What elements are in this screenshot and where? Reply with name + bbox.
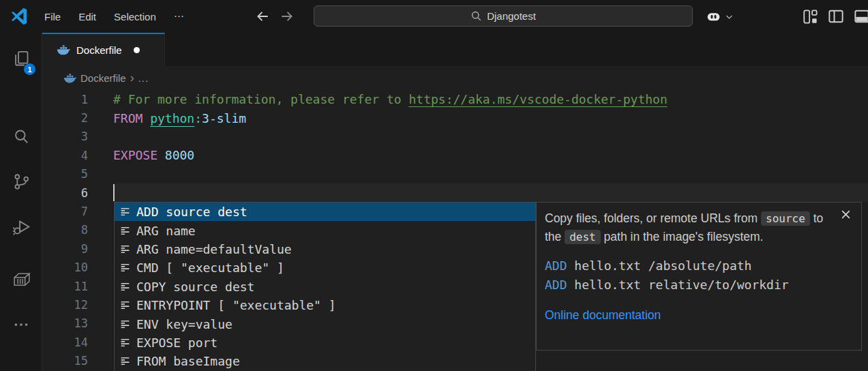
docker-whale-icon bbox=[64, 74, 76, 83]
suggest-item[interactable]: COPY source dest bbox=[115, 278, 535, 296]
code-token: # For more information, please refer to bbox=[113, 92, 408, 106]
toggle-sidebar-icon[interactable] bbox=[828, 9, 843, 24]
suggest-item-label: ENTRYPOINT [ "executable" ] bbox=[136, 298, 336, 312]
suggest-item-label: ENV key=value bbox=[136, 317, 233, 331]
copilot-menu[interactable] bbox=[705, 0, 734, 33]
line-number: 11 bbox=[42, 280, 113, 293]
line-number: 3 bbox=[42, 130, 113, 143]
code-keyword: ADD bbox=[545, 258, 567, 273]
breadcrumb-more[interactable]: ... bbox=[138, 72, 149, 84]
arrow-left-icon[interactable] bbox=[255, 9, 270, 24]
suggest-item-label: FROM baseImage bbox=[136, 354, 240, 368]
docs-paragraph: Copy files, folders, or remote URLs from… bbox=[545, 209, 831, 246]
suggest-widget: ADD source destARG nameARG name=defaultV… bbox=[114, 202, 536, 371]
line-number: 10 bbox=[42, 261, 113, 274]
search-icon bbox=[470, 10, 482, 22]
suggest-item[interactable]: ADD source dest bbox=[115, 203, 535, 221]
suggest-item[interactable]: ENV key=value bbox=[115, 314, 535, 333]
editor-line[interactable]: 5 bbox=[42, 165, 868, 183]
snippet-icon bbox=[119, 206, 131, 218]
suggest-item[interactable]: EXPOSE port bbox=[115, 333, 535, 352]
toggle-panel-icon[interactable] bbox=[854, 9, 868, 24]
online-documentation-link[interactable]: Online documentation bbox=[545, 308, 838, 323]
menu-item-edit[interactable]: Edit bbox=[70, 7, 105, 27]
text-cursor bbox=[113, 184, 115, 201]
line-number: 14 bbox=[42, 336, 113, 349]
editor-line[interactable]: 4EXPOSE 8000 bbox=[42, 146, 868, 164]
snippet-icon bbox=[119, 225, 131, 237]
close-icon[interactable] bbox=[841, 209, 853, 222]
suggest-item[interactable]: FROM baseImage bbox=[115, 352, 535, 370]
line-number: 9 bbox=[42, 242, 113, 256]
snippet-icon bbox=[119, 355, 131, 367]
code-token: : bbox=[194, 111, 202, 125]
line-number: 7 bbox=[42, 205, 113, 218]
suggest-item[interactable]: ARG name=defaultValue bbox=[115, 240, 535, 258]
breadcrumb-file[interactable]: Dockerfile bbox=[80, 72, 126, 84]
suggest-details-panel: Copy files, folders, or remote URLs from… bbox=[536, 202, 862, 351]
sidebar-item-account[interactable] bbox=[0, 359, 42, 371]
menu-item-selection[interactable]: Selection bbox=[105, 7, 165, 27]
line-content[interactable]: FROM python:3-slim bbox=[113, 108, 868, 127]
line-content[interactable]: # For more information, please refer to … bbox=[113, 90, 868, 108]
line-number: 12 bbox=[42, 298, 113, 312]
modified-dot-icon[interactable] bbox=[134, 47, 140, 53]
search-value: Djangotest bbox=[487, 10, 536, 22]
tab-label: Dockerfile bbox=[76, 44, 122, 56]
copilot-icon bbox=[705, 8, 722, 25]
sidebar-item-more-views[interactable] bbox=[0, 307, 42, 342]
suggest-item[interactable]: ENTRYPOINT [ "executable" ] bbox=[115, 296, 535, 314]
docs-code-line: ADD hello.txt /absolute/path bbox=[545, 256, 838, 275]
editor-line[interactable]: 2FROM python:3-slim bbox=[42, 108, 868, 127]
snippet-icon bbox=[119, 318, 131, 330]
customize-layout-icon[interactable] bbox=[803, 10, 818, 24]
line-number: 2 bbox=[42, 111, 113, 125]
code-token: https://aka.ms/vscode-docker-python bbox=[408, 92, 667, 106]
docker-whale-icon bbox=[57, 45, 70, 55]
suggest-item-label: ADD source dest bbox=[136, 205, 248, 219]
suggest-item[interactable]: ARG name bbox=[115, 221, 535, 239]
editor-line[interactable]: 6 bbox=[42, 183, 868, 202]
suggest-item-label: EXPOSE port bbox=[136, 336, 218, 350]
sidebar-item-run-debug[interactable] bbox=[0, 209, 42, 244]
chevron-right-icon: › bbox=[130, 71, 134, 85]
code-token: FROM bbox=[113, 111, 150, 125]
inline-code: source bbox=[761, 211, 810, 226]
snippet-icon bbox=[119, 281, 131, 293]
snippet-icon bbox=[119, 243, 131, 255]
suggest-item-label: CMD [ "executable" ] bbox=[136, 261, 284, 275]
title-bar: FileEditSelection⋯ Djangotest bbox=[0, 0, 868, 33]
breadcrumb: Dockerfile › ... bbox=[42, 66, 868, 90]
line-content[interactable]: EXPOSE 8000 bbox=[113, 146, 868, 164]
line-number: 15 bbox=[42, 354, 113, 368]
snippet-icon bbox=[119, 262, 131, 273]
activity-bar: 1 bbox=[0, 33, 42, 371]
line-number: 8 bbox=[42, 223, 113, 237]
sidebar-item-source-control[interactable] bbox=[0, 164, 42, 199]
suggest-item-label: ARG name bbox=[136, 224, 196, 238]
suggest-item-label: ARG name=defaultValue bbox=[136, 242, 292, 256]
line-content[interactable] bbox=[113, 128, 868, 146]
line-content[interactable] bbox=[113, 165, 868, 183]
menu-item-file[interactable]: File bbox=[35, 7, 70, 27]
line-content[interactable] bbox=[113, 183, 868, 202]
command-center-search[interactable]: Djangotest bbox=[314, 5, 693, 27]
code-token: python bbox=[150, 111, 194, 125]
docs-code-line: ADD hello.txt relative/to/workdir bbox=[545, 275, 838, 293]
editor-line[interactable]: 1# For more information, please refer to… bbox=[42, 90, 868, 108]
menu-item-[interactable]: ⋯ bbox=[165, 6, 193, 27]
suggest-item-label: COPY source dest bbox=[136, 280, 254, 294]
tab-dockerfile[interactable]: Dockerfile bbox=[42, 33, 165, 66]
sidebar-item-search[interactable] bbox=[0, 119, 42, 154]
nav-arrows bbox=[255, 0, 295, 33]
line-number: 13 bbox=[42, 316, 113, 330]
sidebar-item-docker[interactable] bbox=[0, 262, 42, 297]
code-token: 8000 bbox=[165, 148, 194, 162]
sidebar-item-explorer[interactable]: 1 bbox=[0, 41, 42, 76]
vscode-logo-icon bbox=[10, 7, 29, 26]
arrow-right-icon[interactable] bbox=[280, 9, 295, 24]
code-token: EXPOSE bbox=[113, 148, 165, 162]
suggest-item[interactable]: CMD [ "executable" ] bbox=[115, 258, 535, 277]
line-number: 6 bbox=[42, 186, 113, 200]
editor-line[interactable]: 3 bbox=[42, 128, 868, 146]
